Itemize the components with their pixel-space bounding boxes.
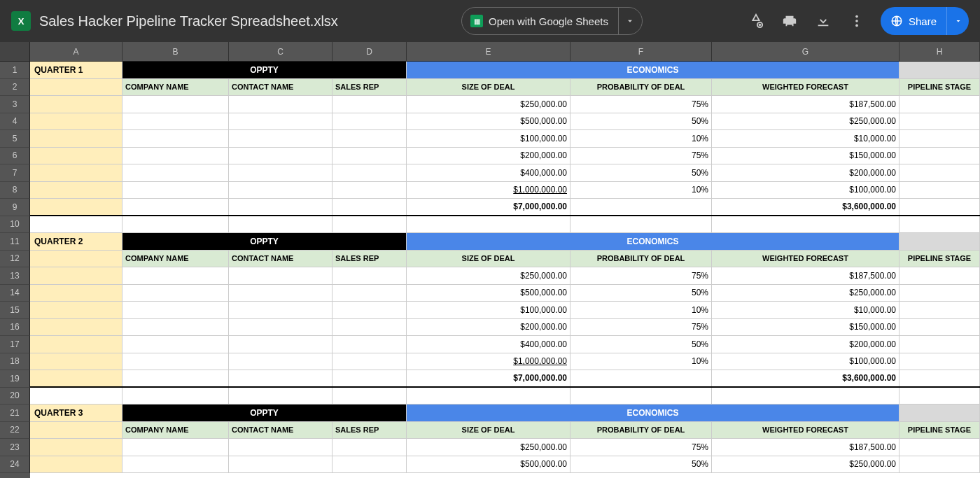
deal-prob[interactable]: 50%: [570, 456, 712, 473]
row-number[interactable]: 16: [0, 319, 30, 337]
row-number[interactable]: 9: [0, 199, 30, 216]
cell[interactable]: [122, 199, 229, 215]
cell[interactable]: [229, 148, 332, 164]
column-header[interactable]: C: [229, 42, 332, 61]
cell[interactable]: [899, 439, 980, 456]
oppty-header[interactable]: OPPTY: [122, 233, 407, 250]
economics-header[interactable]: ECONOMICS: [407, 62, 899, 78]
column-header[interactable]: D: [332, 42, 407, 61]
row-number[interactable]: 22: [0, 422, 30, 440]
print-button[interactable]: [777, 8, 802, 34]
cell[interactable]: [229, 388, 332, 405]
stage-header-blank[interactable]: [899, 233, 980, 250]
cell[interactable]: [122, 439, 229, 456]
cell[interactable]: [332, 130, 407, 147]
cell[interactable]: [122, 148, 229, 164]
row-number[interactable]: 21: [0, 405, 30, 422]
col-rep[interactable]: SALES REP: [332, 251, 407, 267]
column-header[interactable]: F: [570, 42, 712, 61]
quarter-title[interactable]: QUARTER 2: [30, 233, 122, 250]
cell[interactable]: [122, 302, 229, 318]
download-button[interactable]: [811, 8, 836, 34]
deal-prob[interactable]: 50%: [570, 113, 712, 130]
cell[interactable]: [332, 113, 407, 130]
deal-prob[interactable]: 75%: [570, 439, 712, 456]
row-number[interactable]: 6: [0, 148, 30, 165]
total-forecast[interactable]: $3,600,000.00: [712, 199, 899, 215]
cell[interactable]: [30, 96, 122, 113]
cell[interactable]: [30, 216, 122, 233]
cell[interactable]: [30, 285, 122, 302]
deal-forecast[interactable]: $100,000.00: [712, 353, 899, 370]
cell[interactable]: [229, 130, 332, 147]
cell[interactable]: [332, 456, 407, 473]
cell[interactable]: [229, 370, 332, 386]
cell[interactable]: [122, 96, 229, 113]
deal-forecast[interactable]: $10,000.00: [712, 130, 899, 147]
col-company[interactable]: COMPANY NAME: [122, 251, 229, 267]
deal-prob[interactable]: 75%: [570, 267, 712, 284]
row-number[interactable]: 24: [0, 456, 30, 474]
deal-size[interactable]: $250,000.00: [407, 267, 570, 284]
deal-forecast[interactable]: $200,000.00: [712, 336, 899, 353]
cell[interactable]: [332, 336, 407, 353]
cell[interactable]: [407, 216, 570, 233]
cell[interactable]: [332, 164, 407, 181]
row-number[interactable]: 17: [0, 336, 30, 353]
cell[interactable]: [30, 422, 122, 439]
cell[interactable]: [332, 96, 407, 113]
oppty-header[interactable]: OPPTY: [122, 405, 407, 421]
deal-forecast[interactable]: $150,000.00: [712, 148, 899, 164]
deal-prob[interactable]: 50%: [570, 285, 712, 302]
deal-forecast[interactable]: $187,500.00: [712, 96, 899, 113]
row-number[interactable]: 13: [0, 267, 30, 285]
column-header[interactable]: A: [30, 42, 122, 61]
deal-size[interactable]: $1,000,000.00: [407, 182, 570, 199]
deal-forecast[interactable]: $250,000.00: [712, 285, 899, 302]
deal-prob[interactable]: 10%: [570, 353, 712, 370]
quarter-title[interactable]: QUARTER 3: [30, 405, 122, 421]
cell[interactable]: [122, 113, 229, 130]
cell[interactable]: [229, 319, 332, 336]
col-contact[interactable]: CONTACT NAME: [229, 422, 332, 439]
col-stage[interactable]: PIPELINE STAGE: [899, 251, 980, 267]
cell[interactable]: [899, 456, 980, 473]
col-company[interactable]: COMPANY NAME: [122, 79, 229, 96]
deal-prob[interactable]: 50%: [570, 336, 712, 353]
col-contact[interactable]: CONTACT NAME: [229, 251, 332, 267]
stage-header-blank[interactable]: [899, 62, 980, 78]
deal-prob[interactable]: 50%: [570, 164, 712, 181]
cell[interactable]: [30, 319, 122, 336]
col-prob[interactable]: PROBABILITY OF DEAL: [570, 79, 712, 96]
deal-forecast[interactable]: $150,000.00: [712, 319, 899, 336]
cell[interactable]: [332, 302, 407, 318]
cell[interactable]: [899, 370, 980, 386]
row-number[interactable]: 20: [0, 388, 30, 405]
deal-forecast[interactable]: $10,000.00: [712, 302, 899, 318]
cell[interactable]: [122, 388, 229, 405]
deal-prob[interactable]: 10%: [570, 302, 712, 318]
cell[interactable]: [899, 148, 980, 164]
col-stage[interactable]: PIPELINE STAGE: [899, 79, 980, 96]
economics-header[interactable]: ECONOMICS: [407, 405, 899, 421]
cell[interactable]: [122, 216, 229, 233]
deal-size[interactable]: $500,000.00: [407, 285, 570, 302]
col-forecast[interactable]: WEIGHTED FORECAST: [712, 79, 899, 96]
cell[interactable]: [30, 164, 122, 181]
row-number[interactable]: 12: [0, 251, 30, 268]
deal-size[interactable]: $250,000.00: [407, 96, 570, 113]
cell[interactable]: [30, 336, 122, 353]
cell[interactable]: [332, 439, 407, 456]
cell[interactable]: [899, 96, 980, 113]
cell[interactable]: [899, 319, 980, 336]
cell[interactable]: [899, 199, 980, 215]
row-number[interactable]: 7: [0, 164, 30, 182]
add-shortcut-button[interactable]: [743, 8, 769, 34]
deal-size[interactable]: $400,000.00: [407, 336, 570, 353]
cell[interactable]: [30, 251, 122, 267]
cell[interactable]: [899, 113, 980, 130]
oppty-header[interactable]: OPPTY: [122, 62, 407, 78]
col-contact[interactable]: CONTACT NAME: [229, 79, 332, 96]
cell[interactable]: [332, 285, 407, 302]
cell[interactable]: [332, 319, 407, 336]
